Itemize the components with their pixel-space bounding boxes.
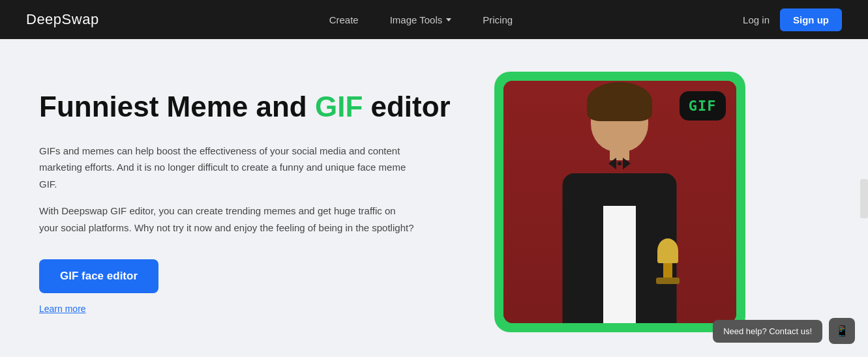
bowtie-center	[618, 162, 621, 165]
hero-description-1: GIFs and memes can help boost the effect…	[39, 143, 417, 193]
scrollbar[interactable]	[860, 179, 868, 218]
logo-text: DeepSwap	[26, 11, 99, 27]
learn-more-link[interactable]: Learn more	[39, 304, 463, 314]
hero-image-section: GIF	[489, 72, 750, 332]
trophy	[656, 238, 680, 284]
login-button[interactable]: Log in	[743, 14, 770, 25]
mobile-icon: 📱	[835, 324, 849, 338]
hero-headline: Funniest Meme and GIF editor	[39, 90, 463, 124]
navbar-actions: Log in Sign up	[743, 8, 842, 31]
image-inner: GIF	[503, 81, 736, 323]
main-content: Funniest Meme and GIF editor GIFs and me…	[0, 39, 868, 357]
headline-part2: editor	[363, 91, 450, 122]
gif-face-editor-button[interactable]: GIF face editor	[39, 259, 158, 293]
person-shirt	[603, 206, 636, 323]
nav-pricing[interactable]: Pricing	[483, 14, 513, 25]
signup-button[interactable]: Sign up	[780, 8, 842, 31]
navbar: DeepSwap Create Image Tools Pricing Log …	[0, 0, 868, 39]
nav-create[interactable]: Create	[329, 14, 359, 25]
person-hair	[587, 82, 652, 121]
help-contact-button[interactable]: Need help? Contact us!	[713, 320, 822, 343]
nav-image-tools-label: Image Tools	[390, 14, 443, 25]
help-bar: Need help? Contact us! 📱	[713, 318, 855, 344]
logo[interactable]: DeepSwap	[26, 11, 99, 28]
chevron-down-icon	[446, 18, 451, 21]
gif-badge: GIF	[680, 91, 726, 121]
bowtie-right	[623, 158, 631, 169]
hero-text-section: Funniest Meme and GIF editor GIFs and me…	[39, 90, 463, 314]
person-background: GIF	[503, 81, 736, 323]
headline-gif: GIF	[315, 91, 363, 122]
image-card: GIF	[494, 72, 745, 332]
nav-image-tools[interactable]: Image Tools	[390, 14, 452, 25]
bowtie-left	[608, 158, 616, 169]
headline-part1: Funniest Meme and	[39, 91, 315, 122]
mobile-app-button[interactable]: 📱	[829, 318, 855, 344]
nav-links: Create Image Tools Pricing	[329, 14, 513, 25]
hero-description-2: With Deepswap GIF editor, you can create…	[39, 203, 417, 236]
